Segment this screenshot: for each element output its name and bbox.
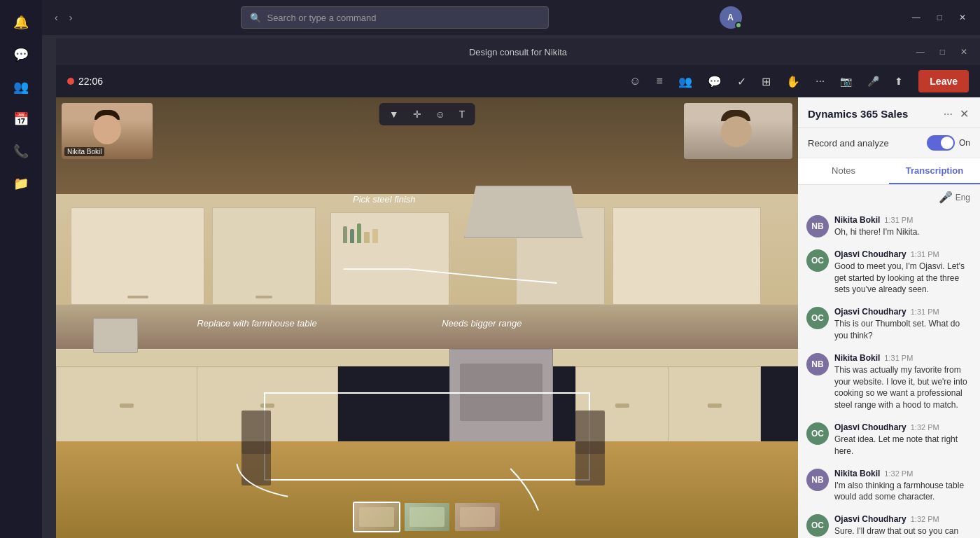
toggle-container: On xyxy=(927,135,970,151)
meeting-close[interactable]: ✕ xyxy=(955,46,973,58)
msg-time-3: 1:31 PM xyxy=(911,308,939,316)
move-tool-button[interactable]: ✛ xyxy=(409,106,426,123)
meeting-maximize[interactable]: □ xyxy=(934,46,951,58)
left-sidebar: 🔔 💬 👥 📅 📞 📁 xyxy=(0,0,42,538)
search-bar[interactable]: 🔍 Search or type a command xyxy=(241,6,549,29)
recording-indicator: 22:06 xyxy=(67,76,103,87)
other-face xyxy=(684,103,792,159)
record-toggle[interactable] xyxy=(927,135,955,151)
avatar-nikita-1: NB xyxy=(806,215,829,237)
text-tool-button[interactable]: T xyxy=(455,106,470,123)
msg-content-1: Nikita Bokil 1:31 PM Oh, hi there! I'm N… xyxy=(834,215,972,238)
maximize-button[interactable]: □ xyxy=(932,10,948,25)
nav-buttons: ‹ › xyxy=(50,9,76,26)
avatar-nikita-3: NB xyxy=(806,469,829,491)
meeting-content: Pick steel finish Replace with farmhouse… xyxy=(56,97,980,538)
annotation-pick-steel: Pick steel finish xyxy=(353,194,416,205)
filter-tool-button[interactable]: ▼ xyxy=(385,106,403,123)
toolbar-icons: ☺ ≡ 👥 💬 ✓ ⊞ ✋ ··· 📷 🎤 ⬆ Leave xyxy=(624,70,969,92)
sidebar-item-chat[interactable]: 💬 xyxy=(6,39,36,70)
search-placeholder: Search or type a command xyxy=(267,13,376,23)
msg-name-6: Nikita Bokil xyxy=(834,469,880,478)
sidebar-item-activity[interactable]: 🔔 xyxy=(6,7,36,38)
participants-list-button[interactable]: ≡ xyxy=(651,71,668,92)
panel-close-button[interactable]: ✕ xyxy=(958,106,970,122)
msg-text-4: This was actually my favorite from your … xyxy=(834,364,972,411)
chair-right2 xyxy=(575,441,605,485)
countertop xyxy=(56,349,798,366)
emoji-button[interactable]: ☺ xyxy=(624,71,646,92)
msg-text-7: Sure. I'll draw that out so you can see … xyxy=(834,525,972,538)
msg-content-7: Ojasvi Choudhary 1:32 PM Sure. I'll draw… xyxy=(834,514,972,538)
presence-dot xyxy=(735,22,742,29)
msg-time-6: 1:32 PM xyxy=(884,469,913,478)
meeting-window-controls: — □ ✕ xyxy=(911,46,973,58)
mic-language-row: 🎤 Eng xyxy=(798,185,980,204)
avatar-nikita-2: NB xyxy=(806,353,829,375)
sidebar-item-teams[interactable]: 👥 xyxy=(6,71,36,102)
meeting-title: Design consult for Nikita xyxy=(469,47,567,57)
panel-more-button[interactable]: ··· xyxy=(942,106,954,122)
msg-text-2: Good to meet you, I'm Ojasvi. Let's get … xyxy=(834,261,972,296)
meeting-title-bar: Design consult for Nikita — □ ✕ xyxy=(56,39,980,65)
forward-button[interactable]: › xyxy=(65,9,77,26)
msg-name-1: Nikita Bokil xyxy=(834,215,880,225)
tab-transcription[interactable]: Transcription xyxy=(889,158,980,184)
filmstrip-thumb-1[interactable] xyxy=(353,502,400,532)
filmstrip xyxy=(353,502,501,532)
msg-time-4: 1:31 PM xyxy=(884,354,913,362)
transcript-message-6: NB Nikita Bokil 1:32 PM I'm also thinkin… xyxy=(798,463,980,509)
chat-button[interactable]: 💬 xyxy=(702,71,727,92)
msg-time-2: 1:31 PM xyxy=(911,250,939,258)
filmstrip-thumb-2[interactable] xyxy=(403,502,451,532)
avatar-ojasvi-4: OC xyxy=(806,514,829,537)
back-button[interactable]: ‹ xyxy=(50,9,62,26)
tab-notes[interactable]: Notes xyxy=(798,158,889,184)
panel-title: Dynamics 365 Sales xyxy=(808,108,908,120)
participant-other-thumbnail xyxy=(684,103,792,159)
msg-content-2: Ojasvi Choudhary 1:31 PM Good to meet yo… xyxy=(834,249,972,296)
share-button[interactable]: ⬆ xyxy=(889,71,909,91)
kitchen-visual: Pick steel finish Replace with farmhouse… xyxy=(56,97,798,538)
more-button[interactable]: ··· xyxy=(810,71,830,92)
transcript-message-4: NB Nikita Bokil 1:31 PM This was actuall… xyxy=(798,347,980,417)
sidebar-item-calendar[interactable]: 📅 xyxy=(6,104,36,134)
msg-text-1: Oh, hi there! I'm Nikita. xyxy=(834,226,972,238)
msg-text-6: I'm also thinking a farmhouse table woul… xyxy=(834,480,972,504)
minimize-button[interactable]: — xyxy=(906,10,926,25)
mic-button[interactable]: 🎤 xyxy=(862,71,885,91)
user-avatar[interactable]: A xyxy=(720,6,742,29)
meeting-minimize[interactable]: — xyxy=(911,46,930,58)
self-name-label: Nikita Bokil xyxy=(64,147,104,156)
avatar-ojasvi-2: OC xyxy=(806,307,829,329)
msg-content-6: Nikita Bokil 1:32 PM I'm also thinking a… xyxy=(834,469,972,504)
window-controls: — □ ✕ xyxy=(906,10,972,25)
apps-button[interactable]: ⊞ xyxy=(756,71,776,92)
sidebar-item-files[interactable]: 📁 xyxy=(6,168,36,199)
chair-left2 xyxy=(241,441,271,485)
video-button[interactable]: 📷 xyxy=(834,71,858,91)
panel-tabs: Notes Transcription xyxy=(798,158,980,185)
user-initials: A xyxy=(727,13,734,22)
transcript-list: NB Nikita Bokil 1:31 PM Oh, hi there! I'… xyxy=(798,204,980,538)
panel-header-actions: ··· ✕ xyxy=(942,106,970,122)
annotation-replace-table: Replace with farmhouse table xyxy=(197,318,316,329)
leave-button[interactable]: Leave xyxy=(918,70,969,92)
msg-time-1: 1:31 PM xyxy=(884,216,913,224)
filmstrip-thumb-3[interactable] xyxy=(454,502,501,532)
people-button[interactable]: 👥 xyxy=(673,71,698,92)
msg-name-3: Ojasvi Choudhary xyxy=(834,307,906,317)
toggle-knob xyxy=(941,137,953,149)
mic-icon: 🎤 xyxy=(939,191,953,204)
emoji-tool-button[interactable]: ☺ xyxy=(431,106,449,123)
close-button[interactable]: ✕ xyxy=(953,10,972,25)
raise-hand-button[interactable]: ✋ xyxy=(780,71,806,92)
transcript-message-7: OC Ojasvi Choudhary 1:32 PM Sure. I'll d… xyxy=(798,509,980,538)
transcript-message-3: OC Ojasvi Choudhary 1:31 PM This is our … xyxy=(798,301,980,347)
sidebar-item-calls[interactable]: 📞 xyxy=(6,136,36,167)
range-hood xyxy=(464,186,583,238)
tasks-button[interactable]: ✓ xyxy=(732,71,752,92)
meeting-window: Design consult for Nikita — □ ✕ 22:06 ☺ … xyxy=(56,39,980,538)
record-label: Record and analyze xyxy=(808,138,889,149)
meeting-toolbar: 22:06 ☺ ≡ 👥 💬 ✓ ⊞ ✋ ··· 📷 🎤 ⬆ Leave xyxy=(56,65,980,97)
